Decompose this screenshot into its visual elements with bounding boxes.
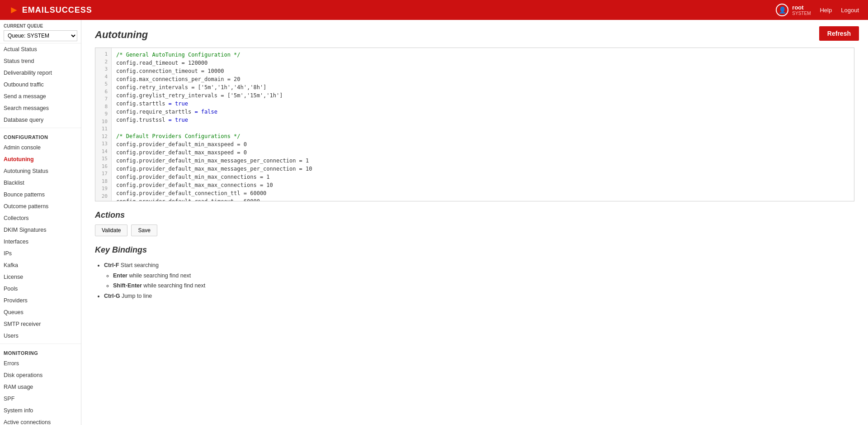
line-number: 12 — [95, 133, 111, 141]
line-number: 3 — [95, 66, 111, 73]
monitoring-section-label: MONITORING — [0, 346, 81, 358]
actions-title: Actions — [95, 210, 854, 220]
main-content: Refresh Autotuning 123456789101112131415… — [81, 20, 868, 425]
user-subtitle: SYSTEM — [792, 11, 811, 16]
line-number: 14 — [95, 148, 111, 156]
keybinding-item: Ctrl-G Jump to line — [104, 291, 854, 301]
help-link[interactable]: Help — [820, 7, 832, 14]
keybinding-desc: Start searching — [119, 262, 159, 268]
user-info: 👤 root SYSTEM — [776, 4, 811, 16]
logout-link[interactable]: Logout — [841, 7, 859, 14]
sidebar-item-disk-operations[interactable]: Disk operations — [0, 369, 81, 381]
logo-text: EMAILSUCCESS — [22, 5, 92, 15]
monitoring-section: ErrorsDisk operationsRAM usageSPFSystem … — [0, 358, 81, 425]
sidebar-item-smtp-receiver[interactable]: SMTP receiver — [0, 318, 81, 330]
keybinding-sub-desc: while searching find next — [142, 282, 205, 289]
line-number: 21 — [95, 200, 111, 201]
sidebar-item-active-connections[interactable]: Active connections — [0, 416, 81, 425]
line-number: 16 — [95, 163, 111, 171]
code-content[interactable]: /* General AutoTuning Configuration */ c… — [112, 48, 854, 201]
sidebar-item-ips[interactable]: IPs — [0, 248, 81, 259]
line-number: 10 — [95, 118, 111, 126]
sidebar-item-outcome-patterns[interactable]: Outcome patterns — [0, 201, 81, 212]
logo: ► EMAILSUCCESS — [9, 4, 92, 16]
sidebar-item-queues[interactable]: Queues — [0, 306, 81, 318]
sidebar-item-kafka[interactable]: Kafka — [0, 259, 81, 271]
keybinding-item: Ctrl-F Start searchingEnter while search… — [104, 260, 854, 291]
page-title: Autotuning — [95, 29, 854, 41]
line-number: 19 — [95, 185, 111, 193]
code-editor[interactable]: 1234567891011121314151617181920212223242… — [95, 48, 854, 201]
nav-section: Actual StatusStatus trendDeliverability … — [0, 43, 81, 126]
sidebar-item-outbound-traffic[interactable]: Outbound traffic — [0, 79, 81, 91]
line-number: 17 — [95, 170, 111, 178]
line-number: 9 — [95, 110, 111, 118]
header-right: 👤 root SYSTEM Help Logout — [776, 4, 859, 16]
keybinding-sub-item: Enter while searching find next — [113, 271, 854, 281]
sidebar-item-spf[interactable]: SPF — [0, 393, 81, 405]
sidebar-item-database-query[interactable]: Database query — [0, 114, 81, 126]
sidebar-item-send-message[interactable]: Send a message — [0, 91, 81, 102]
keybinding-sub-desc: while searching find next — [127, 272, 191, 279]
sidebar-item-blacklist[interactable]: Blacklist — [0, 177, 81, 189]
validate-button[interactable]: Validate — [95, 224, 127, 236]
keybinding-key: Ctrl-F — [104, 262, 119, 268]
header: ► EMAILSUCCESS 👤 root SYSTEM Help Logout — [0, 0, 868, 20]
sidebar-item-status-trend[interactable]: Status trend — [0, 55, 81, 67]
sidebar-item-admin-console[interactable]: Admin console — [0, 142, 81, 153]
line-number: 4 — [95, 73, 111, 81]
line-number: 15 — [95, 155, 111, 163]
keybindings-list: Ctrl-F Start searchingEnter while search… — [95, 260, 854, 301]
sidebar-item-dkim-signatures[interactable]: DKIM Signatures — [0, 224, 81, 236]
line-number: 8 — [95, 103, 111, 111]
username-block: root SYSTEM — [792, 4, 811, 16]
queue-select[interactable]: Queue: SYSTEM — [4, 30, 77, 41]
sidebar-item-license[interactable]: License — [0, 271, 81, 283]
logo-arrow: ► — [9, 4, 19, 16]
sidebar-item-providers[interactable]: Providers — [0, 295, 81, 306]
line-number: 6 — [95, 88, 111, 96]
line-number: 11 — [95, 125, 111, 133]
sidebar-item-deliverability-report[interactable]: Deliverability report — [0, 67, 81, 79]
sidebar-item-pools[interactable]: Pools — [0, 283, 81, 295]
sidebar-item-autotuning[interactable]: Autotuning — [0, 153, 81, 165]
keybinding-sub-key: Enter — [113, 272, 127, 279]
sidebar-item-ram-usage[interactable]: RAM usage — [0, 381, 81, 393]
keybinding-sub-item: Shift-Enter while searching find next — [113, 281, 854, 291]
line-number: 7 — [95, 96, 111, 103]
sidebar-item-system-info[interactable]: System info — [0, 405, 81, 416]
divider-monitoring — [0, 344, 81, 344]
save-button[interactable]: Save — [131, 224, 157, 236]
sidebar-item-interfaces[interactable]: Interfaces — [0, 236, 81, 248]
configuration-section-label: CONFIGURATION — [0, 130, 81, 142]
sidebar-item-errors[interactable]: Errors — [0, 358, 81, 369]
refresh-button[interactable]: Refresh — [819, 26, 859, 41]
config-section: Admin consoleAutotuningAutotuning Status… — [0, 142, 81, 342]
sidebar-item-users[interactable]: Users — [0, 330, 81, 342]
line-numbers: 1234567891011121314151617181920212223242… — [95, 48, 112, 201]
sidebar-item-collectors[interactable]: Collectors — [0, 212, 81, 224]
avatar: 👤 — [776, 4, 788, 16]
queue-label: CURRENT QUEUE — [4, 24, 77, 29]
line-number: 18 — [95, 178, 111, 186]
username: root — [792, 4, 811, 11]
line-number: 2 — [95, 58, 111, 66]
sidebar-item-actual-status[interactable]: Actual Status — [0, 43, 81, 55]
keybinding-key: Ctrl-G — [104, 293, 120, 299]
line-number: 13 — [95, 140, 111, 148]
sidebar-item-autotuning-status[interactable]: Autotuning Status — [0, 165, 81, 177]
sidebar-item-bounce-patterns[interactable]: Bounce patterns — [0, 189, 81, 201]
keybinding-sub-key: Shift-Enter — [113, 282, 142, 289]
divider-config — [0, 128, 81, 128]
keybindings-title: Key Bindings — [95, 245, 854, 255]
line-number: 1 — [95, 51, 111, 58]
line-number: 20 — [95, 193, 111, 201]
sidebar-item-search-messages[interactable]: Search messages — [0, 102, 81, 114]
queue-section: CURRENT QUEUE Queue: SYSTEM — [0, 20, 81, 43]
sidebar: CURRENT QUEUE Queue: SYSTEM Actual Statu… — [0, 20, 81, 425]
actions-buttons: Validate Save — [95, 224, 854, 236]
keybinding-desc: Jump to line — [120, 293, 152, 299]
line-number: 5 — [95, 81, 111, 88]
